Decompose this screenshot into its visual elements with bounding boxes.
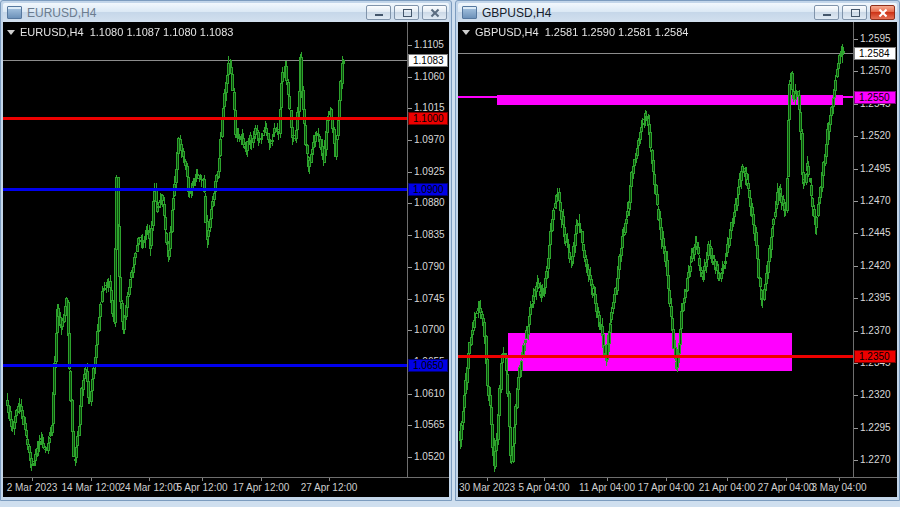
price-tick-mark xyxy=(408,299,412,300)
price-tick-label: 1.0790 xyxy=(414,261,445,272)
time-axis[interactable]: 30 Mar 20235 Apr 04:0011 Apr 04:0017 Apr… xyxy=(458,477,897,497)
price-tick-label: 1.2445 xyxy=(860,227,891,238)
time-axis-label: 27 Apr 04:00 xyxy=(758,482,815,493)
price-marker: 1.2350 xyxy=(854,350,896,363)
close-button[interactable] xyxy=(870,5,895,20)
price-tick-mark xyxy=(854,201,858,202)
time-tick-mark xyxy=(329,478,330,481)
time-tick-mark xyxy=(839,478,840,481)
price-tick-label: 1.0880 xyxy=(414,197,445,208)
price-tick-label: 1.2270 xyxy=(860,454,891,465)
price-tick-mark xyxy=(408,140,412,141)
price-tick-mark xyxy=(408,330,412,331)
time-tick-mark xyxy=(607,478,608,481)
chart-area-gbpusd[interactable]: GBPUSD,H4 1.2581 1.2590 1.2581 1.2584 1.… xyxy=(458,22,897,497)
price-tick-label: 1.0835 xyxy=(414,229,445,240)
price-axis[interactable]: 1.25951.25701.25451.25201.24951.24701.24… xyxy=(854,22,897,477)
price-marker: 1.0900 xyxy=(408,183,448,196)
price-tick-mark xyxy=(408,394,412,395)
price-tick-label: 1.2370 xyxy=(860,325,891,336)
price-tick-mark xyxy=(408,108,412,109)
ohlc-info-line: GBPUSD,H4 1.2581 1.2590 1.2581 1.2584 xyxy=(462,26,688,38)
time-tick-mark xyxy=(544,478,545,481)
time-axis-label: 17 Apr 12:00 xyxy=(233,482,290,493)
candlestick-plot[interactable] xyxy=(458,22,854,477)
candlestick-plot[interactable] xyxy=(3,22,408,477)
maximize-button[interactable] xyxy=(394,5,419,20)
window-title: EURUSD,H4 xyxy=(27,6,363,20)
price-tick-label: 1.0970 xyxy=(414,134,445,145)
time-tick-mark xyxy=(487,478,488,481)
price-tick-mark xyxy=(408,77,412,78)
mdi-workspace: EURUSD,H4 EURUSD,H4 1.1080 1.1087 1.1080… xyxy=(0,0,900,501)
minimize-button[interactable] xyxy=(366,5,391,20)
price-tick-mark xyxy=(854,104,858,105)
price-tick-mark xyxy=(854,428,858,429)
price-tick-label: 1.2395 xyxy=(860,292,891,303)
price-tick-label: 1.2520 xyxy=(860,130,891,141)
time-tick-mark xyxy=(786,478,787,481)
price-marker: 1.2584 xyxy=(854,47,896,60)
chart-window-icon xyxy=(462,6,477,19)
window-controls xyxy=(363,5,447,20)
price-tick-label: 1.2495 xyxy=(860,163,891,174)
close-button[interactable] xyxy=(422,5,447,20)
price-tick-mark xyxy=(854,39,858,40)
price-tick-mark xyxy=(854,298,858,299)
time-tick-mark xyxy=(91,478,92,481)
price-tick-label: 1.0745 xyxy=(414,293,445,304)
price-tick-mark xyxy=(854,136,858,137)
chart-area-eurusd[interactable]: EURUSD,H4 1.1080 1.1087 1.1080 1.1083 1.… xyxy=(3,22,449,497)
time-axis-label: 27 Apr 12:00 xyxy=(301,482,358,493)
time-tick-mark xyxy=(261,478,262,481)
window-titlebar[interactable]: EURUSD,H4 xyxy=(3,3,449,22)
price-tick-mark xyxy=(854,363,858,364)
window-title: GBPUSD,H4 xyxy=(482,6,811,20)
time-tick-mark xyxy=(666,478,667,481)
time-axis-label: 14 Mar 12:00 xyxy=(62,482,121,493)
window-titlebar[interactable]: GBPUSD,H4 xyxy=(458,3,897,22)
time-axis-label: 30 Mar 2023 xyxy=(459,482,515,493)
price-tick-mark xyxy=(854,460,858,461)
price-axis[interactable]: 1.11051.10601.10151.09701.09251.08801.08… xyxy=(408,22,449,477)
time-axis-label: 24 Mar 12:00 xyxy=(120,482,179,493)
maximize-button[interactable] xyxy=(842,5,867,20)
price-tick-label: 1.0520 xyxy=(414,451,445,462)
time-axis-label: 21 Apr 04:00 xyxy=(699,482,756,493)
price-tick-mark xyxy=(408,235,412,236)
price-tick-mark xyxy=(408,457,412,458)
price-tick-mark xyxy=(854,395,858,396)
price-tick-label: 1.0925 xyxy=(414,166,445,177)
price-tick-mark xyxy=(408,267,412,268)
price-tick-mark xyxy=(408,203,412,204)
price-tick-mark xyxy=(408,45,412,46)
price-tick-label: 1.0700 xyxy=(414,324,445,335)
price-tick-mark xyxy=(854,71,858,72)
chart-window-icon xyxy=(7,6,22,19)
price-tick-label: 1.2570 xyxy=(860,65,891,76)
time-axis-label: 5 Apr 04:00 xyxy=(518,482,569,493)
ohlc-info-text: EURUSD,H4 1.1080 1.1087 1.1080 1.1083 xyxy=(20,26,233,38)
time-axis-label: 3 May 04:00 xyxy=(811,482,866,493)
price-tick-mark xyxy=(408,172,412,173)
price-marker: 1.1083 xyxy=(408,54,448,67)
time-axis-label: 2 Mar 2023 xyxy=(7,482,58,493)
symbol-dropdown-icon[interactable] xyxy=(462,30,470,35)
minimize-button[interactable] xyxy=(814,5,839,20)
time-axis-label: 5 Apr 12:00 xyxy=(176,482,227,493)
price-tick-mark xyxy=(854,266,858,267)
price-tick-label: 1.2320 xyxy=(860,389,891,400)
time-tick-mark xyxy=(202,478,203,481)
time-axis[interactable]: 2 Mar 202314 Mar 12:0024 Mar 12:005 Apr … xyxy=(3,477,449,497)
time-tick-mark xyxy=(32,478,33,481)
symbol-dropdown-icon[interactable] xyxy=(7,30,15,35)
price-tick-mark xyxy=(408,425,412,426)
price-tick-label: 1.2595 xyxy=(860,33,891,44)
ohlc-info-text: GBPUSD,H4 1.2581 1.2590 1.2581 1.2584 xyxy=(475,26,688,38)
price-tick-label: 1.0610 xyxy=(414,388,445,399)
price-marker: 1.0650 xyxy=(408,359,448,372)
price-tick-label: 1.0565 xyxy=(414,419,445,430)
time-tick-mark xyxy=(149,478,150,481)
time-axis-label: 17 Apr 04:00 xyxy=(638,482,695,493)
price-tick-label: 1.2295 xyxy=(860,422,891,433)
